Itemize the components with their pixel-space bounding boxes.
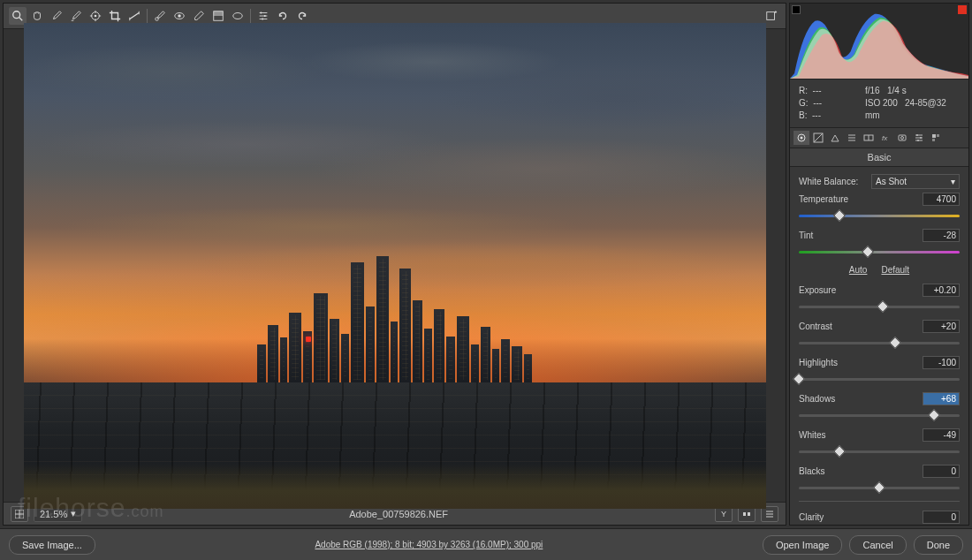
- panel-title: Basic: [790, 148, 968, 167]
- tab-hsl[interactable]: [844, 131, 860, 145]
- svg-rect-29: [743, 512, 746, 516]
- svg-text:fx: fx: [882, 134, 888, 142]
- svg-rect-53: [932, 139, 935, 141]
- tint-slider[interactable]: [799, 246, 960, 258]
- svg-rect-51: [932, 134, 936, 138]
- svg-point-21: [264, 15, 266, 17]
- exposure-slider[interactable]: [799, 300, 960, 313]
- svg-rect-30: [748, 512, 750, 516]
- save-image-button[interactable]: Save Image...: [9, 535, 95, 555]
- blacks-slider[interactable]: [799, 481, 960, 494]
- svg-point-0: [13, 11, 20, 19]
- tab-split-tone[interactable]: [861, 131, 877, 145]
- whites-value[interactable]: [923, 428, 960, 442]
- svg-line-8: [130, 13, 140, 19]
- contrast-value[interactable]: [923, 320, 960, 333]
- whites-label: Whites: [799, 430, 923, 440]
- white-balance-label: White Balance:: [799, 177, 871, 186]
- temperature-slider[interactable]: [799, 209, 960, 222]
- shadows-slider[interactable]: [799, 409, 960, 421]
- tab-presets[interactable]: [928, 131, 944, 145]
- svg-point-35: [801, 137, 803, 140]
- workflow-options-link[interactable]: Adobe RGB (1998); 8 bit; 4903 by 3263 (1…: [103, 540, 756, 549]
- panel-tabs: fx: [790, 128, 968, 148]
- tab-effects[interactable]: [894, 131, 910, 145]
- contrast-label: Contrast: [799, 322, 923, 331]
- svg-point-48: [916, 134, 918, 136]
- svg-rect-43: [899, 135, 906, 140]
- svg-point-20: [260, 11, 262, 13]
- highlights-value[interactable]: [923, 356, 960, 369]
- shadow-clip-warning[interactable]: [792, 5, 801, 14]
- white-balance-select[interactable]: As Shot▾: [871, 174, 960, 189]
- temperature-label: Temperature: [799, 194, 923, 204]
- exif-readout: R: --- G: --- B: --- f/16 1/4 s ISO 200 …: [790, 79, 968, 128]
- svg-point-3: [95, 15, 97, 18]
- shadows-value[interactable]: [923, 392, 960, 405]
- image-preview[interactable]: [4, 29, 786, 502]
- tab-camera[interactable]: [911, 131, 927, 145]
- exposure-value[interactable]: [923, 284, 960, 297]
- auto-link[interactable]: Auto: [849, 265, 868, 275]
- tab-tone-curve[interactable]: [810, 131, 826, 145]
- exposure-label: Exposure: [799, 285, 923, 295]
- basic-panel: White Balance: As Shot▾ Temperature Tint…: [790, 167, 968, 525]
- chevron-down-icon: ▾: [71, 508, 76, 519]
- svg-rect-23: [767, 12, 775, 20]
- zoom-value: 21.5%: [40, 509, 67, 519]
- highlight-clip-warning[interactable]: [958, 5, 967, 14]
- svg-point-16: [233, 13, 243, 19]
- cancel-button[interactable]: Cancel: [849, 535, 906, 555]
- shadows-label: Shadows: [799, 394, 923, 404]
- default-link[interactable]: Default: [881, 265, 909, 275]
- svg-point-49: [920, 137, 922, 139]
- svg-point-13: [178, 14, 181, 18]
- tab-basic[interactable]: [794, 131, 809, 145]
- open-image-button[interactable]: Open Image: [763, 535, 843, 555]
- chevron-down-icon: ▾: [951, 177, 955, 186]
- svg-point-50: [917, 140, 919, 141]
- filename-label: Adobe_00759826.NEF: [87, 509, 710, 519]
- svg-rect-15: [214, 11, 224, 16]
- svg-line-1: [19, 18, 23, 21]
- tint-label: Tint: [799, 231, 923, 240]
- tint-value[interactable]: [923, 229, 960, 242]
- footer-bar: Save Image... Adobe RGB (1998); 8 bit; 4…: [0, 528, 972, 560]
- tab-detail[interactable]: [827, 131, 843, 145]
- tab-lens[interactable]: fx: [877, 131, 893, 145]
- svg-point-22: [262, 18, 263, 19]
- temperature-value[interactable]: [923, 193, 960, 206]
- histogram[interactable]: [790, 4, 968, 79]
- blacks-label: Blacks: [799, 466, 923, 476]
- blacks-value[interactable]: [923, 465, 960, 478]
- contrast-slider[interactable]: [799, 337, 960, 349]
- highlights-slider[interactable]: [799, 373, 960, 385]
- svg-point-11: [156, 18, 159, 21]
- done-button[interactable]: Done: [914, 535, 963, 555]
- whites-slider[interactable]: [799, 445, 960, 458]
- svg-point-44: [901, 137, 904, 140]
- highlights-label: Highlights: [799, 358, 923, 367]
- clarity-label: Clarity: [799, 512, 923, 522]
- svg-rect-52: [937, 134, 939, 137]
- clarity-value[interactable]: [923, 511, 960, 524]
